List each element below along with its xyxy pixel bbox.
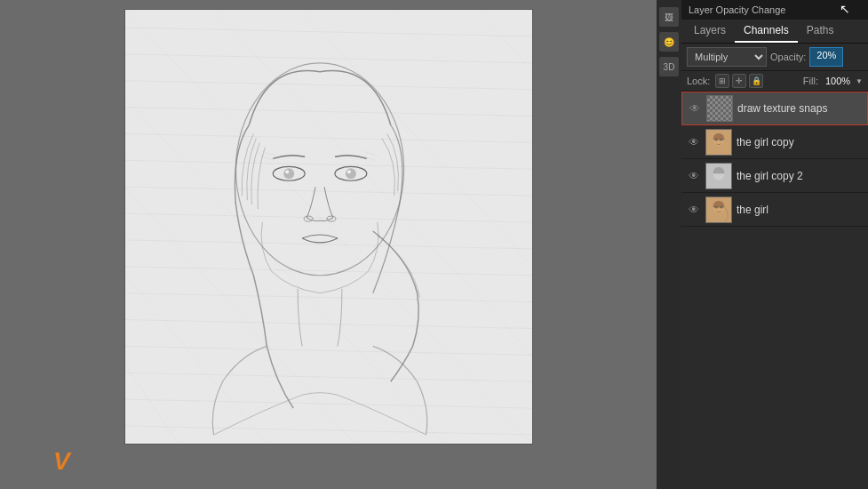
fill-arrow[interactable]: ▼ (856, 77, 863, 85)
svg-point-41 (714, 138, 718, 140)
fill-label: Fill: (803, 76, 818, 86)
layer-name-0: draw texture snaps (737, 102, 862, 115)
layer-thumb-1 (705, 129, 732, 156)
layer-eye-3[interactable]: 👁 (687, 203, 701, 217)
tool-image[interactable]: 🖼 (659, 7, 679, 27)
svg-point-29 (283, 168, 294, 179)
svg-point-32 (346, 170, 350, 173)
blend-row: Multiply Normal Screen Overlay Opacity: … (681, 44, 868, 71)
sketch-svg (125, 10, 532, 444)
blend-mode-select[interactable]: Multiply Normal Screen Overlay (687, 47, 767, 67)
lock-icons: ⊞ ✛ 🔒 (715, 74, 763, 88)
canvas-area: V (0, 0, 657, 489)
layer-item-draw-texture[interactable]: 👁 draw texture snaps ↖ (681, 92, 868, 125)
layer-eye-1[interactable]: 👁 (687, 135, 701, 149)
lock-all[interactable]: 🔒 (749, 74, 763, 88)
toolbar-strip: 🖼 😊 3D (657, 0, 681, 489)
logo-icon: V (53, 447, 70, 475)
svg-point-42 (720, 138, 723, 140)
layer-thumb-0 (706, 95, 733, 122)
logo-area: V (53, 447, 70, 476)
fill-value: 100% (825, 76, 850, 86)
tooltip-text: Layer Opacity Change (689, 4, 785, 15)
layer-item-girl-copy[interactable]: 👁 the girl copy (681, 125, 868, 159)
svg-point-47 (714, 205, 718, 208)
layer-eye-0[interactable]: 👁 (688, 101, 702, 116)
layers-list: 👁 draw texture snaps ↖ 👁 the girl copy (681, 92, 868, 489)
tool-3d[interactable]: 3D (659, 57, 679, 76)
layer-eye-2[interactable]: 👁 (687, 169, 701, 183)
layer-name-3: the girl (737, 204, 863, 216)
opacity-label: Opacity: (770, 52, 806, 62)
svg-point-30 (345, 168, 355, 179)
right-panel: Layer Opacity Change Layers Channels Pat… (681, 0, 868, 489)
layer-item-girl-copy2[interactable]: 👁 the girl copy 2 (681, 159, 868, 193)
layer-name-2: the girl copy 2 (737, 170, 863, 182)
layer-thumb-3 (705, 196, 732, 223)
canvas-drawing (124, 9, 533, 445)
layer-thumb-2 (705, 163, 732, 189)
tab-paths[interactable]: Paths (798, 20, 843, 43)
lock-pixel[interactable]: ⊞ (715, 74, 729, 88)
tab-channels[interactable]: Channels (735, 20, 798, 43)
tooltip-bar: Layer Opacity Change (681, 0, 868, 20)
layer-item-girl[interactable]: 👁 the girl (681, 193, 868, 227)
tab-layers[interactable]: Layers (685, 20, 735, 43)
tabs-row: Layers Channels Paths (681, 20, 868, 44)
svg-point-31 (285, 170, 289, 173)
opacity-value[interactable]: 20% (809, 47, 843, 67)
lock-label: Lock: (687, 76, 710, 86)
svg-point-48 (720, 205, 723, 208)
layer-name-1: the girl copy (737, 136, 863, 148)
lock-move[interactable]: ✛ (732, 74, 746, 88)
tool-face[interactable]: 😊 (659, 32, 679, 52)
lock-row: Lock: ⊞ ✛ 🔒 Fill: 100% ▼ (681, 71, 868, 92)
